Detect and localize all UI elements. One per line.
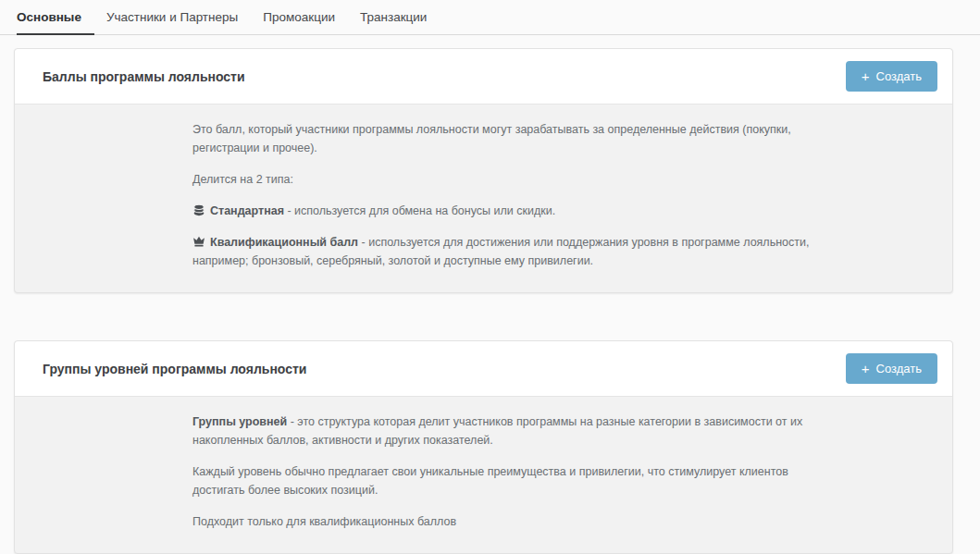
points-types-intro: Делится на 2 типа:: [192, 170, 840, 189]
tab-bar: Основные Участники и Партнеры Промоакции…: [0, 0, 980, 35]
levels-description: Группы уровней - это структура которая д…: [192, 412, 840, 449]
create-button-label: Создать: [876, 69, 922, 83]
card-title: Баллы программы лояльности: [30, 69, 245, 84]
points-type-standard-text: - используется для обмена на бонусы или …: [284, 204, 555, 217]
plus-icon: +: [862, 362, 870, 375]
levels-benefits: Каждый уровень обычно предлагает свои ун…: [192, 462, 840, 499]
points-type-standard-name: Стандартная: [210, 204, 284, 217]
create-button-label: Создать: [876, 362, 922, 375]
card-loyalty-points: Баллы программы лояльности + Создать Это…: [14, 48, 953, 293]
card-level-groups-header: Группы уровней программы лояльности + Со…: [15, 341, 952, 397]
tab-promotions[interactable]: Промоакции: [263, 8, 348, 34]
card-level-groups-body: Группы уровней - это структура которая д…: [15, 397, 952, 553]
points-type-standard: Стандартная - используется для обмена на…: [192, 202, 840, 220]
card-title: Группы уровней программы лояльности: [30, 362, 306, 376]
points-description: Это балл, который участники программы ло…: [192, 120, 840, 157]
coins-icon: [192, 203, 205, 216]
points-type-qualification: Квалификационный балл - используется для…: [192, 233, 840, 270]
levels-note: Подходит только для квалификационных бал…: [192, 512, 840, 531]
tab-transactions[interactable]: Транзакции: [360, 8, 440, 34]
levels-term: Группы уровней: [192, 415, 287, 428]
plus-icon: +: [862, 69, 870, 83]
tab-members-partners[interactable]: Участники и Партнеры: [106, 8, 251, 34]
points-type-qualification-name: Квалификационный балл: [210, 236, 358, 249]
create-points-button[interactable]: + Создать: [846, 61, 937, 92]
card-loyalty-points-header: Баллы программы лояльности + Создать: [15, 49, 952, 105]
card-level-groups: Группы уровней программы лояльности + Со…: [14, 340, 953, 554]
tab-main[interactable]: Основные: [17, 8, 94, 35]
card-loyalty-points-body: Это балл, который участники программы ло…: [15, 105, 952, 292]
crown-icon: [192, 235, 205, 248]
create-level-group-button[interactable]: + Создать: [846, 353, 937, 384]
